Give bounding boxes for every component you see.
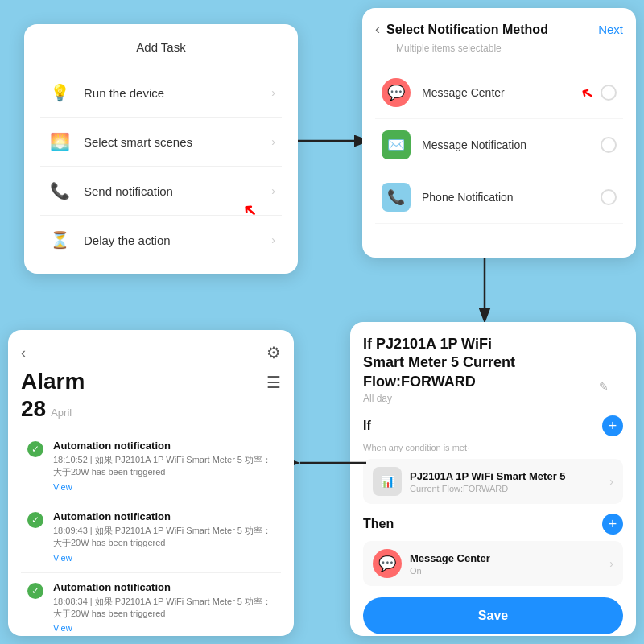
then-item-icon: 💬	[373, 549, 402, 578]
alarm-check-icon-1: ✓	[27, 441, 43, 457]
save-button[interactable]: Save	[363, 597, 623, 634]
alarm-notification-2: ✓ Automation notification 18:09:43 | 如果 …	[21, 502, 281, 573]
alarm-notif-view-1[interactable]: View	[53, 482, 72, 492]
rule-subtitle: All day	[363, 393, 623, 404]
if-item-content: PJ2101A 1P WiFi Smart Meter 5 Current Fl…	[410, 470, 609, 493]
if-title: If	[363, 419, 602, 433]
if-item-name: PJ2101A 1P WiFi Smart Meter 5	[410, 470, 609, 482]
condition-subtitle: When any condition is met·	[363, 443, 623, 452]
meter-icon: 📊	[373, 467, 402, 496]
message-center-checkbox[interactable]	[601, 85, 617, 101]
alarm-notif-text-3: 18:08:34 | 如果 PJ2101A 1P WiFi Smart Mete…	[53, 596, 275, 621]
notification-header: ‹ Select Notification Method Next	[375, 21, 623, 38]
notification-method-panel: ‹ Select Notification Method Next Multip…	[362, 8, 636, 258]
delay-action-icon: ⏳	[47, 227, 72, 253]
alarm-notification-1: ✓ Automation notification 18:10:52 | 如果 …	[21, 431, 281, 502]
if-add-button[interactable]: +	[602, 415, 623, 436]
send-notification-icon: 📞	[47, 178, 72, 204]
alarm-notif-text-1: 18:10:52 | 如果 PJ2101A 1P WiFi Smart Mete…	[53, 454, 275, 479]
task-send-notification-label: Send notification	[84, 184, 271, 198]
then-title: Then	[363, 517, 602, 531]
phone-notification-icon: 📞	[382, 183, 411, 212]
arrow-to-alarm	[294, 447, 366, 479]
task-smart-scenes-label: Select smart scenes	[84, 135, 271, 149]
alarm-notif-title-1: Automation notification	[53, 440, 275, 452]
alarm-notif-title-2: Automation notification	[53, 510, 275, 522]
then-item-sub: On	[410, 566, 609, 576]
alarm-panel: ‹ ⚙ Alarm ☰ 28 April ✓ Automation notifi…	[8, 330, 294, 636]
task-delay-action-label: Delay the action	[84, 233, 271, 247]
alarm-month: April	[51, 407, 72, 419]
if-item-sub: Current Flow:FORWARD	[410, 484, 609, 493]
alarm-header: ‹ ⚙	[21, 343, 281, 362]
notification-message-notification[interactable]: ✉️ Message Notification	[375, 119, 623, 171]
alarm-back-button[interactable]: ‹	[21, 345, 26, 361]
task-smart-scenes[interactable]: 🌅 Select smart scenes ›	[40, 118, 282, 167]
message-center-label: Message Center	[422, 86, 601, 99]
task-send-notification[interactable]: 📞 Send notification › ➜	[40, 167, 282, 216]
message-notification-label: Message Notification	[422, 138, 601, 151]
notification-message-center[interactable]: 💬 Message Center ➜	[375, 67, 623, 119]
chevron-icon: ›	[271, 233, 275, 246]
alarm-settings-icon[interactable]: ⚙	[266, 343, 281, 362]
if-section-header: If +	[363, 415, 623, 436]
then-condition-item[interactable]: 💬 Message Center On ›	[363, 541, 623, 586]
message-notification-checkbox[interactable]	[601, 137, 617, 153]
task-delay-action[interactable]: ⏳ Delay the action ›	[40, 216, 282, 264]
next-button[interactable]: Next	[598, 23, 623, 36]
alarm-notif-content-1: Automation notification 18:10:52 | 如果 PJ…	[53, 440, 275, 493]
then-item-chevron: ›	[609, 557, 613, 570]
notification-phone[interactable]: 📞 Phone Notification	[375, 171, 623, 224]
rule-title: If PJ2101A 1P WiFi Smart Meter 5 Current…	[363, 335, 623, 391]
alarm-notif-title-3: Automation notification	[53, 581, 275, 593]
if-item-chevron: ›	[609, 475, 613, 488]
alarm-notif-view-3[interactable]: View	[53, 623, 72, 633]
if-condition-item[interactable]: 📊 PJ2101A 1P WiFi Smart Meter 5 Current …	[363, 459, 623, 504]
add-task-panel: Add Task 💡 Run the device › 🌅 Select sma…	[24, 24, 298, 274]
then-section: Then + 💬 Message Center On ›	[363, 514, 623, 586]
notification-subtitle: Multiple items selectable	[375, 43, 623, 54]
arrow-down-to-ifthen	[469, 258, 501, 322]
then-item-name: Message Center	[410, 552, 609, 564]
chevron-icon: ›	[271, 86, 275, 99]
task-run-device-label: Run the device	[84, 86, 271, 100]
then-add-button[interactable]: +	[602, 514, 623, 535]
alarm-day: 28	[21, 396, 46, 422]
alarm-notif-view-2[interactable]: View	[53, 553, 72, 563]
if-section: If + When any condition is met· 📊 PJ2101…	[363, 415, 623, 504]
alarm-date: 28 April	[21, 396, 281, 422]
chevron-icon: ›	[271, 184, 275, 197]
alarm-check-icon-3: ✓	[27, 583, 43, 599]
alarm-notification-3: ✓ Automation notification 18:08:34 | 如果 …	[21, 573, 281, 636]
alarm-menu-icon[interactable]: ☰	[266, 373, 281, 392]
phone-notification-label: Phone Notification	[422, 191, 601, 204]
message-center-icon: 💬	[382, 78, 411, 107]
chevron-icon: ›	[271, 135, 275, 148]
alarm-check-icon-2: ✓	[27, 512, 43, 528]
alarm-notif-content-3: Automation notification 18:08:34 | 如果 PJ…	[53, 581, 275, 635]
message-notification-icon: ✉️	[382, 130, 411, 159]
alarm-notif-text-2: 18:09:43 | 如果 PJ2101A 1P WiFi Smart Mete…	[53, 525, 275, 550]
phone-notification-checkbox[interactable]	[601, 189, 617, 205]
notification-panel-title: Select Notification Method	[386, 23, 598, 37]
then-item-content: Message Center On	[410, 552, 609, 576]
alarm-notif-content-2: Automation notification 18:09:43 | 如果 PJ…	[53, 510, 275, 564]
back-button[interactable]: ‹	[375, 21, 380, 38]
edit-icon[interactable]: ✎	[599, 380, 609, 393]
add-task-title: Add Task	[40, 40, 282, 54]
task-run-device[interactable]: 💡 Run the device ›	[40, 68, 282, 118]
ifthen-panel: If PJ2101A 1P WiFi Smart Meter 5 Current…	[350, 322, 636, 636]
run-device-icon: 💡	[47, 80, 72, 105]
smart-scenes-icon: 🌅	[47, 129, 72, 155]
alarm-title: Alarm	[21, 369, 85, 394]
then-section-header: Then +	[363, 514, 623, 535]
